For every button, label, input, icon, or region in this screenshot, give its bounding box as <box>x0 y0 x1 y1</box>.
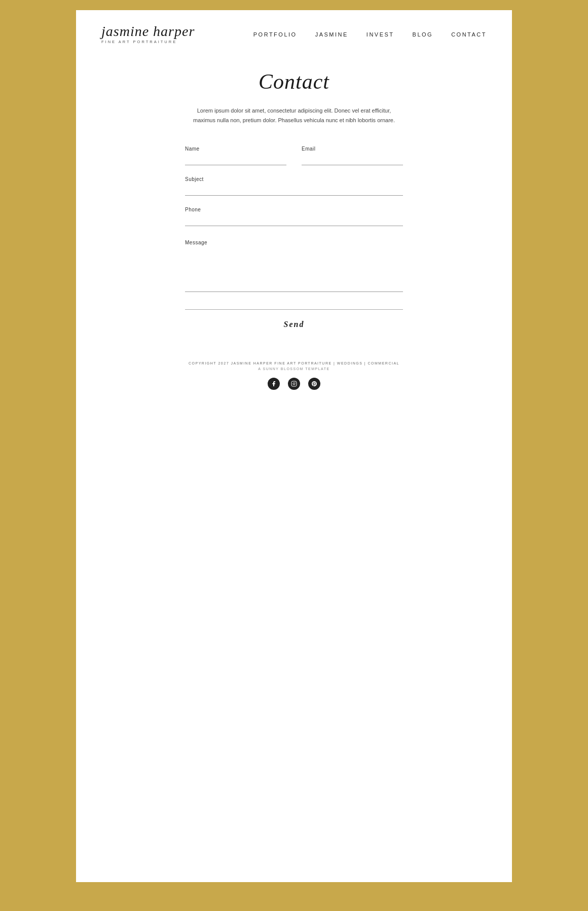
nav-item-invest[interactable]: Invest <box>366 31 394 38</box>
subject-label: Subject <box>185 176 403 182</box>
logo-area: jasmine harper Fine Art Portraiture <box>101 24 195 44</box>
message-area: Message <box>185 237 403 294</box>
email-field-group: Email <box>302 146 403 165</box>
phone-label: Phone <box>185 207 403 212</box>
contact-form: Name Email Subject Phone Message <box>185 146 403 331</box>
form-divider <box>185 309 403 310</box>
logo-script: jasmine harper <box>101 24 195 39</box>
name-input[interactable] <box>185 155 286 165</box>
send-button[interactable]: Send <box>185 318 403 331</box>
subject-field-group: Subject <box>185 176 403 196</box>
nav-item-jasmine[interactable]: Jasmine <box>315 31 348 38</box>
nav-item-portfolio[interactable]: Portfolio <box>253 31 297 38</box>
email-input[interactable] <box>302 155 403 165</box>
facebook-icon[interactable] <box>268 378 280 390</box>
phone-field-group: Phone <box>185 207 403 226</box>
intro-text: Lorem ipsum dolor sit amet, consectetur … <box>188 106 400 126</box>
message-label: Message <box>185 240 207 245</box>
nav-item-blog[interactable]: Blog <box>413 31 433 38</box>
message-textarea[interactable] <box>185 246 403 292</box>
email-label: Email <box>302 146 403 152</box>
main-content: Contact Lorem ipsum dolor sit amet, cons… <box>76 54 512 441</box>
logo-subtitle: Fine Art Portraiture <box>101 40 177 44</box>
svg-point-2 <box>295 382 296 382</box>
page-wrapper: jasmine harper Fine Art Portraiture Port… <box>76 10 512 882</box>
social-icons <box>189 378 399 390</box>
page-title: Contact <box>259 69 329 94</box>
instagram-icon[interactable] <box>288 378 300 390</box>
name-field-group: Name <box>185 146 286 165</box>
nav: Portfolio Jasmine Invest Blog Contact <box>253 31 487 38</box>
name-email-row: Name Email <box>185 146 403 165</box>
svg-point-1 <box>293 383 295 385</box>
name-label: Name <box>185 146 286 152</box>
pinterest-icon[interactable] <box>308 378 320 390</box>
svg-rect-0 <box>291 381 297 386</box>
footer-template-credit: A Sunny Blossom Template <box>189 367 399 371</box>
phone-input[interactable] <box>185 215 403 226</box>
nav-item-contact[interactable]: Contact <box>451 31 487 38</box>
footer-copyright: Copyright 2027 Jasmine Harper Fine Art P… <box>189 361 399 365</box>
footer: Copyright 2027 Jasmine Harper Fine Art P… <box>189 361 399 410</box>
header: jasmine harper Fine Art Portraiture Port… <box>76 10 512 54</box>
subject-input[interactable] <box>185 185 403 196</box>
